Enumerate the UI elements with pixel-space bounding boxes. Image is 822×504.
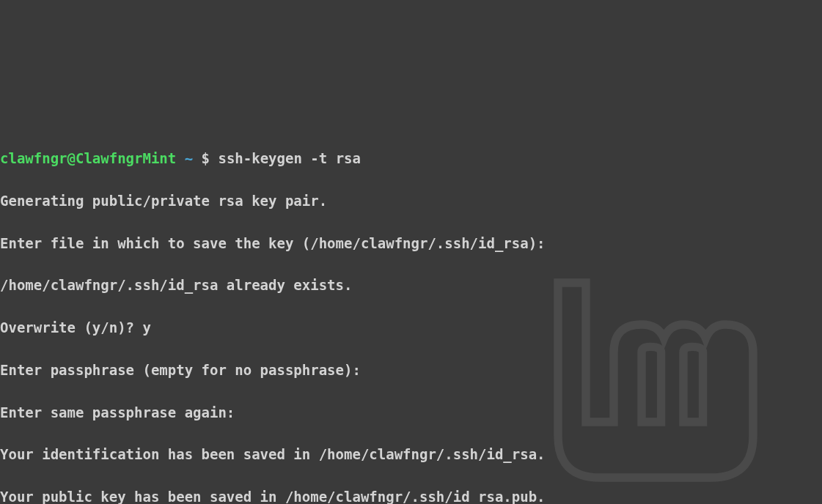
output-line: Your identification has been saved in /h… bbox=[0, 444, 822, 465]
prompt-line-1: clawfngr@ClawfngrMint ~ $ ssh-keygen -t … bbox=[0, 148, 822, 169]
terminal-output[interactable]: clawfngr@ClawfngrMint ~ $ ssh-keygen -t … bbox=[0, 127, 822, 504]
prompt-symbol: $ bbox=[202, 150, 210, 166]
output-line: Overwrite (y/n)? y bbox=[0, 317, 822, 338]
output-line: Enter passphrase (empty for no passphras… bbox=[0, 360, 822, 381]
cwd-path: ~ bbox=[185, 150, 193, 166]
user-host: clawfngr@ClawfngrMint bbox=[0, 150, 176, 166]
output-line: Enter file in which to save the key (/ho… bbox=[0, 233, 822, 254]
command-text: ssh-keygen -t rsa bbox=[218, 150, 360, 166]
output-line: /home/clawfngr/.ssh/id_rsa already exist… bbox=[0, 275, 822, 296]
output-line: Generating public/private rsa key pair. bbox=[0, 190, 822, 212]
output-line: Enter same passphrase again: bbox=[0, 402, 822, 423]
output-line: Your public key has been saved in /home/… bbox=[0, 486, 822, 504]
